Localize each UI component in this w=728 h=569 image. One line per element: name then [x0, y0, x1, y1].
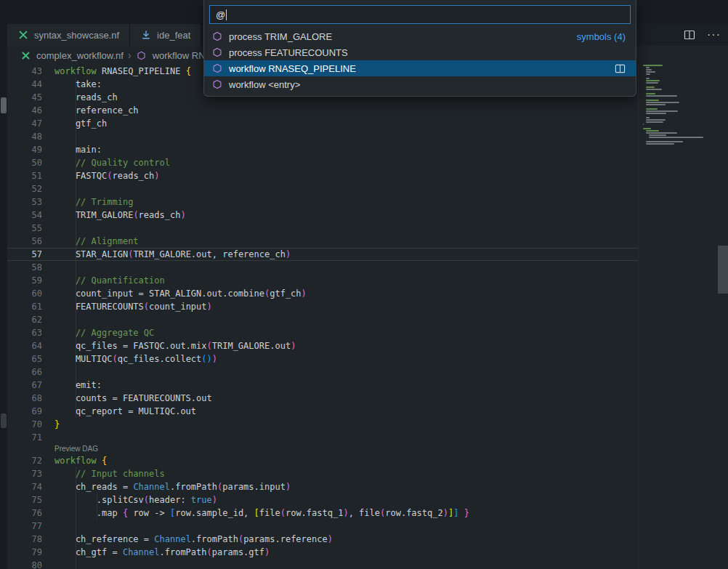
code-line[interactable]: 54 TRIM_GALORE(reads_ch) [7, 209, 638, 222]
open-to-side-icon[interactable] [615, 63, 626, 74]
code-line[interactable]: 69 qc_report = MULTIQC.out [7, 405, 638, 418]
quick-open-item[interactable]: workflow <entry> [204, 76, 636, 92]
tab-label: syntax_showcase.nf [34, 30, 119, 41]
line-number: 80 [7, 559, 42, 569]
code-line[interactable]: 67 emit: [7, 379, 638, 392]
code-text: TRIM_GALORE(reads_ch) [54, 209, 638, 222]
indent-guide [76, 546, 76, 559]
code-line[interactable]: 79 ch_gtf = Channel.fromPath(params.gtf) [7, 546, 638, 559]
indent-guide [76, 467, 76, 480]
indent-guide [76, 130, 76, 143]
code-line[interactable]: 75 .splitCsv(header: true) [7, 493, 638, 507]
editor[interactable]: 43workflow RNASEQ_PIPELINE {44 take:45 r… [7, 65, 728, 569]
code-line[interactable]: 56 // Alignment [7, 235, 638, 248]
code-line[interactable]: 77 [7, 520, 638, 533]
quick-open-input[interactable]: @ [209, 5, 631, 24]
code-line[interactable]: 64 qc_files = FASTQC.out.mix(TRIM_GALORE… [7, 339, 638, 352]
split-editor-icon[interactable] [684, 29, 695, 41]
code-line[interactable]: 47 gtf_ch [7, 117, 638, 130]
code-text: FASTQC(reads_ch) [54, 169, 638, 182]
symbols-count-link[interactable]: symbols (4) [577, 31, 626, 42]
code-line[interactable]: 63 // Aggregate QC [7, 326, 638, 339]
code-text: .map { row -> [row.sample_id, [file(row.… [54, 507, 638, 520]
line-number: 75 [7, 493, 42, 507]
minimap-line [643, 124, 644, 125]
code-line[interactable]: 78 ch_reference = Channel.fromPath(param… [7, 533, 638, 546]
code-line[interactable]: 74 ch_reads = Channel.fromPath(params.in… [7, 480, 638, 493]
quick-open-item[interactable]: process TRIM_GALORE symbols (4) [204, 28, 636, 44]
minimap-line [643, 115, 713, 116]
scrollbar-thumb[interactable] [718, 246, 728, 294]
code-line[interactable]: 73 // Input channels [7, 467, 638, 480]
indent-guide [76, 493, 76, 507]
line-number: 78 [7, 533, 42, 546]
indent-guide [76, 274, 76, 287]
symbol-icon [136, 49, 147, 61]
left-gutter-strip [0, 0, 7, 569]
code-line[interactable]: 76 .map { row -> [row.sample_id, [file(r… [7, 507, 638, 520]
ellipsis-icon[interactable]: ··· [707, 29, 721, 41]
minimap-line [646, 104, 666, 105]
code-line[interactable]: 51 FASTQC(reads_ch) [7, 169, 638, 182]
line-number: 48 [7, 130, 42, 143]
minimap-line [646, 69, 652, 70]
minimap-line [646, 130, 659, 132]
quick-open-query: @ [216, 9, 225, 20]
line-number: 63 [7, 326, 42, 339]
code-line[interactable]: 50 // Quality control [7, 156, 638, 169]
indent-guide [76, 405, 76, 418]
indent-guide [76, 195, 76, 209]
code-line[interactable]: 53 // Trimming [7, 195, 638, 209]
code-line[interactable]: 62 [7, 313, 638, 326]
code-line[interactable]: 59 // Quantification [7, 274, 638, 287]
indent-guide [97, 507, 97, 520]
code-line[interactable]: 65 MULTIQC(qc_files.collect()) [7, 352, 638, 366]
minimap-line [646, 143, 674, 145]
code-line[interactable]: 70} [7, 418, 638, 431]
minimap-line [643, 84, 713, 86]
code-line[interactable]: 57 STAR_ALIGN(TRIM_GALORE.out, reference… [7, 248, 638, 261]
code-line[interactable]: 72workflow { [7, 454, 638, 467]
gutter-decoration [1, 413, 7, 428]
tab-label: ide_feat [157, 30, 190, 41]
tab-syntax-showcase[interactable]: syntax_showcase.nf [7, 24, 130, 46]
code-line[interactable]: 46 reference_ch [7, 104, 638, 117]
code-line[interactable]: 66 [7, 366, 638, 379]
line-number: 54 [7, 209, 42, 222]
breadcrumb-file[interactable]: complex_workflow.nf [36, 50, 124, 61]
line-number: 57 [7, 248, 42, 261]
quick-open-item-selected[interactable]: workflow RNASEQ_PIPELINE [204, 60, 636, 76]
quick-open-item[interactable]: process FEATURECOUNTS [204, 44, 636, 60]
minimap-line [646, 102, 679, 103]
code-text: // Alignment [54, 235, 638, 248]
minimap-line [646, 73, 650, 75]
code-line[interactable]: 52 [7, 182, 638, 195]
code-text: qc_files = FASTQC.out.mix(TRIM_GALORE.ou… [54, 339, 638, 352]
indent-guide [76, 287, 76, 300]
nextflow-icon [17, 29, 29, 41]
code-text: ch_reference = Channel.fromPath(params.r… [54, 533, 638, 546]
line-number: 45 [7, 91, 42, 104]
line-number: 72 [7, 454, 42, 467]
code-text: reference_ch [54, 104, 638, 117]
minimap-line [646, 110, 678, 112]
minimap-line [646, 86, 655, 88]
code-text [54, 130, 638, 143]
tab-bar-actions: ··· [684, 24, 721, 46]
code-line[interactable]: 49 main: [7, 143, 638, 156]
code-line[interactable]: 55 [7, 222, 638, 235]
code-line[interactable]: 48 [7, 130, 638, 143]
code-line[interactable]: 61 FEATURECOUNTS(count_input) [7, 300, 638, 313]
minimap-line [646, 119, 666, 121]
code-line[interactable]: 60 count_input = STAR_ALIGN.out.combine(… [7, 287, 638, 300]
code-line[interactable]: 68 counts = FEATURECOUNTS.out [7, 392, 638, 405]
minimap[interactable] [638, 65, 713, 569]
code-line[interactable]: 71 [7, 431, 638, 444]
minimap-line [646, 108, 658, 110]
code-line[interactable]: 80 [7, 559, 638, 569]
code-text: counts = FEATURECOUNTS.out [54, 392, 638, 405]
codelens-link[interactable]: Preview DAG [54, 445, 98, 453]
code-line[interactable]: 58 [7, 261, 638, 274]
tab-ide-features[interactable]: ide_feat [130, 24, 201, 46]
minimap-line [646, 100, 659, 101]
